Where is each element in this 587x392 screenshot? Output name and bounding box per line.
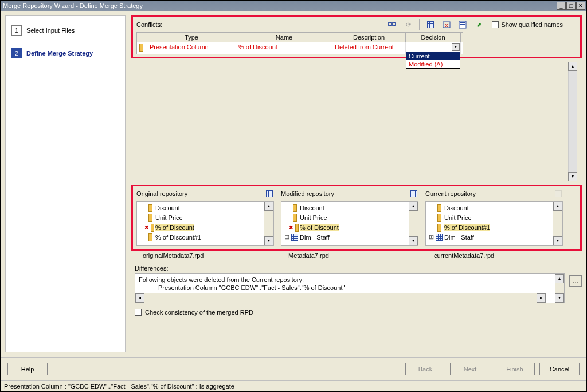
differences-details-button[interactable]: … xyxy=(569,275,582,287)
svg-point-0 xyxy=(388,22,392,26)
view-icon[interactable] xyxy=(265,190,274,198)
scroll-left-icon[interactable]: ◂ xyxy=(135,293,144,303)
header-decision[interactable]: Decision xyxy=(406,33,461,42)
scroll-down-icon[interactable]: ▾ xyxy=(555,293,564,303)
decision-option-modified[interactable]: Modified (A) xyxy=(406,60,460,68)
tree-item-label[interactable]: % of Discount xyxy=(300,224,339,231)
conflicts-scrollbar[interactable]: ▴ ▾ xyxy=(568,62,577,181)
original-repo-tree[interactable]: Discount Unit Price % of Discount % of D… xyxy=(137,202,264,245)
header-name[interactable]: Name xyxy=(236,33,332,42)
show-qualified-names-label: Show qualified names xyxy=(501,21,563,28)
tree-item-label[interactable]: Discount xyxy=(155,205,180,211)
grid-icon[interactable] xyxy=(425,20,436,29)
scroll-up-icon[interactable]: ▴ xyxy=(568,62,577,71)
scroll-down-icon[interactable]: ▾ xyxy=(553,236,562,245)
scroll-up-icon[interactable]: ▴ xyxy=(409,202,418,211)
step-label: Select Input Files xyxy=(26,27,75,34)
conflict-row[interactable]: Presentation Column % of Discount Delete… xyxy=(137,42,463,54)
header-description[interactable]: Description xyxy=(332,33,406,42)
tree-scrollbar[interactable]: ▴ ▾ xyxy=(553,202,562,245)
differences-line: Following objects were deleted from the … xyxy=(139,276,551,284)
chevron-down-icon[interactable]: ▾ xyxy=(452,43,460,51)
differences-text: Following objects were deleted from the … xyxy=(135,274,555,303)
filter-icon[interactable]: x xyxy=(441,20,452,29)
step-number: 1 xyxy=(11,25,22,36)
find-icon[interactable] xyxy=(387,20,397,29)
view-icon[interactable] xyxy=(554,190,563,198)
next-button[interactable]: Next xyxy=(450,363,490,375)
maximize-button[interactable]: ▢ xyxy=(566,2,576,10)
tree-item-label[interactable]: Discount xyxy=(444,205,469,211)
tree-item-label[interactable]: Discount xyxy=(300,205,324,211)
modified-repo-tree[interactable]: Discount Unit Price % of Discount ⊞Dim -… xyxy=(281,202,409,245)
current-repo-tree[interactable]: Discount Unit Price % of Discount#1 ⊞Dim… xyxy=(426,202,553,245)
window-title: Merge Repository Wizard - Define Merge S… xyxy=(3,2,557,9)
refresh-icon[interactable]: ⟳ xyxy=(403,20,413,29)
tree-scrollbar[interactable]: ▴ ▾ xyxy=(264,202,273,245)
tree-item-label[interactable]: % of Discount xyxy=(155,224,194,231)
svg-rect-6 xyxy=(460,24,465,25)
status-bar: Presentation Column : "GCBC EDW".."Fact … xyxy=(1,380,586,391)
original-repository-panel: Original repository Discount Unit Price … xyxy=(136,190,274,246)
scroll-up-icon[interactable]: ▴ xyxy=(264,202,273,211)
step-label: Define Merge Strategy xyxy=(26,50,93,57)
cancel-button[interactable]: Cancel xyxy=(539,363,580,375)
row-description: Deleted from Current xyxy=(332,42,406,54)
checkbox-icon xyxy=(135,309,142,316)
scroll-up-icon[interactable]: ▴ xyxy=(553,202,562,211)
row-type: Presentation Column xyxy=(147,42,236,54)
conflicts-table: Type Name Description Decision Presentat… xyxy=(136,32,463,54)
scroll-track[interactable] xyxy=(568,71,577,172)
svg-point-1 xyxy=(392,22,396,26)
finish-button[interactable]: Finish xyxy=(495,363,535,375)
differences-line: Presentation Column "GCBC EDW".."Fact - … xyxy=(139,284,551,292)
svg-text:x: x xyxy=(445,22,448,28)
decision-option-current[interactable]: Current xyxy=(406,52,460,60)
original-repo-filename: originalMetadata7.rpd xyxy=(135,252,273,259)
tree-item-label[interactable]: Dim - Staff xyxy=(300,234,330,241)
save-icon[interactable] xyxy=(457,20,468,29)
minimize-button[interactable]: _ xyxy=(557,2,566,10)
differences-hscroll[interactable]: ◂ ▸ xyxy=(135,293,546,303)
titlebar: Merge Repository Wizard - Define Merge S… xyxy=(1,1,586,11)
differences-vscroll[interactable]: ▴ ▾ xyxy=(555,274,564,303)
status-text: Presentation Column : "GCBC EDW".."Fact … xyxy=(4,383,234,390)
step-select-input-files[interactable]: 1 Select Input Files xyxy=(10,23,120,38)
view-icon[interactable] xyxy=(409,190,418,198)
tree-item-label[interactable]: Unit Price xyxy=(444,214,472,221)
repositories-panel: Original repository Discount Unit Price … xyxy=(131,185,582,251)
current-repository-panel: Current repository Discount Unit Price %… xyxy=(425,190,563,246)
help-button[interactable]: Help xyxy=(7,363,48,375)
scroll-down-icon[interactable]: ▾ xyxy=(409,236,418,245)
tree-item-label[interactable]: % of Discount#1 xyxy=(155,234,201,241)
scroll-down-icon[interactable]: ▾ xyxy=(264,236,273,245)
original-repo-label: Original repository xyxy=(136,190,265,197)
scroll-down-icon[interactable]: ▾ xyxy=(568,172,577,181)
header-type[interactable]: Type xyxy=(147,33,236,42)
tree-item-label[interactable]: Unit Price xyxy=(300,214,327,221)
conflicts-toolbar: ⟳ x ⬈ xyxy=(387,19,486,30)
back-button[interactable]: Back xyxy=(405,363,445,375)
check-consistency-checkbox[interactable]: Check consistency of the merged RPD xyxy=(131,309,582,316)
wizard-window: Merge Repository Wizard - Define Merge S… xyxy=(0,0,587,392)
step-define-merge-strategy[interactable]: 2 Define Merge Strategy xyxy=(10,46,120,61)
tree-item-label[interactable]: Unit Price xyxy=(155,214,183,221)
decision-dropdown[interactable]: ▾ Current Modified (A) xyxy=(406,42,461,54)
tree-item-label[interactable]: % of Discount#1 xyxy=(444,224,490,231)
scroll-right-icon[interactable]: ▸ xyxy=(537,293,546,303)
show-qualified-names-checkbox[interactable]: Show qualified names xyxy=(492,21,563,28)
check-consistency-label: Check consistency of the merged RPD xyxy=(145,309,253,316)
row-name: % of Discount xyxy=(236,42,332,54)
scroll-up-icon[interactable]: ▴ xyxy=(555,274,564,283)
differences-box: Following objects were deleted from the … xyxy=(135,273,565,303)
tree-item-label[interactable]: Dim - Staff xyxy=(444,234,474,241)
modified-repository-panel: Modified repository Discount Unit Price … xyxy=(281,190,418,246)
close-button[interactable]: ✕ xyxy=(576,2,585,10)
svg-rect-5 xyxy=(460,22,465,23)
arrow-up-icon[interactable]: ⬈ xyxy=(473,20,484,29)
separator xyxy=(419,19,420,30)
table-header-row: Type Name Description Decision xyxy=(137,33,463,42)
tree-scrollbar[interactable]: ▴ ▾ xyxy=(409,202,418,245)
row-icon xyxy=(137,42,147,54)
svg-rect-7 xyxy=(460,26,463,26)
